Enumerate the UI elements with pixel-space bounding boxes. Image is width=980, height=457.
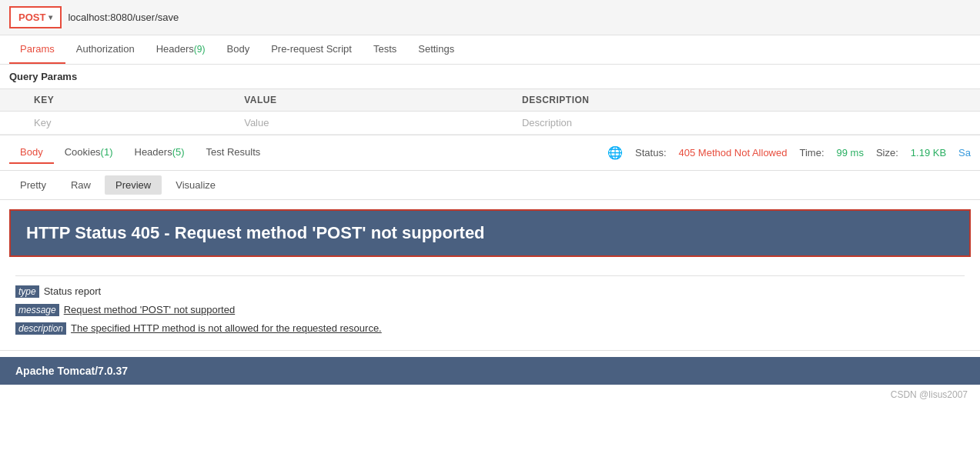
size-label: Size: <box>876 147 898 158</box>
tab-params[interactable]: Params <box>9 35 65 64</box>
apache-bar: Apache Tomcat/7.0.37 <box>0 357 980 385</box>
cookies-tab-label: Cookies <box>65 146 101 158</box>
status-label: Status: <box>635 147 666 158</box>
status-value: 405 Method Not Allowed <box>679 147 788 158</box>
view-tab-preview[interactable]: Preview <box>105 175 162 195</box>
url-input[interactable] <box>68 12 971 23</box>
tab-headers-label: Headers <box>156 43 194 55</box>
view-tab-visualize[interactable]: Visualize <box>165 175 226 195</box>
tab-headers-badge: (9) <box>194 44 206 55</box>
description-placeholder-cell[interactable]: Description <box>513 112 980 135</box>
tab-body[interactable]: Body <box>216 35 261 64</box>
save-response-link[interactable]: Sa <box>958 147 971 158</box>
response-tabs: Body Cookies(1) Headers(5) Test Results <box>9 142 607 164</box>
tab-authorization[interactable]: Authorization <box>65 35 145 64</box>
key-placeholder-cell[interactable]: Key <box>25 112 235 135</box>
divider-2 <box>0 350 980 351</box>
value-placeholder-cell[interactable]: Value <box>235 112 513 135</box>
error-type-field: type Status report <box>15 285 965 298</box>
error-message-field: message Request method 'POST' not suppor… <box>15 304 965 316</box>
method-label: POST <box>18 12 45 23</box>
params-table: KEY VALUE DESCRIPTION Key Value Descript… <box>0 89 980 135</box>
query-params-title: Query Params <box>0 65 980 89</box>
error-description-field: description The specified HTTP method is… <box>15 322 965 335</box>
cookies-tab-badge: (1) <box>101 146 113 158</box>
response-tab-cookies[interactable]: Cookies(1) <box>54 142 124 164</box>
apache-server-label: Apache Tomcat/7.0.37 <box>15 365 128 377</box>
url-bar: POST ▾ <box>0 0 980 35</box>
params-placeholder-row: Key Value Description <box>0 112 980 135</box>
time-label: Time: <box>799 147 824 158</box>
preview-area: HTTP Status 405 - Request method 'POST' … <box>0 200 980 405</box>
view-tab-raw[interactable]: Raw <box>60 175 102 195</box>
message-value: Request method 'POST' not supported <box>64 304 235 315</box>
description-value: The specified HTTP method is not allowed… <box>71 322 382 334</box>
error-title: HTTP Status 405 - Request method 'POST' … <box>26 223 954 243</box>
type-value: Status report <box>44 285 101 297</box>
response-bar: Body Cookies(1) Headers(5) Test Results … <box>0 135 980 171</box>
key-column-header: KEY <box>25 89 235 112</box>
time-value: 99 ms <box>837 147 864 158</box>
description-label: description <box>15 322 66 335</box>
tab-settings[interactable]: Settings <box>407 35 465 64</box>
tab-headers[interactable]: Headers(9) <box>145 35 216 64</box>
checkbox-col-header <box>0 89 25 112</box>
row-checkbox-cell <box>0 112 25 135</box>
response-tab-headers[interactable]: Headers(5) <box>124 142 196 164</box>
response-headers-tab-label: Headers <box>135 146 172 158</box>
message-label: message <box>15 304 59 316</box>
description-column-header: DESCRIPTION <box>513 89 980 112</box>
method-chevron: ▾ <box>48 13 52 22</box>
tab-pre-request-script[interactable]: Pre-request Script <box>260 35 363 64</box>
view-tab-pretty[interactable]: Pretty <box>9 175 57 195</box>
size-value: 1.19 KB <box>911 147 946 158</box>
response-status: 🌐 Status: 405 Method Not Allowed Time: 9… <box>607 145 971 160</box>
error-header-block: HTTP Status 405 - Request method 'POST' … <box>9 209 971 257</box>
watermark-text: CSDN @lisus2007 <box>891 389 968 400</box>
error-body: type Status report message Request metho… <box>0 266 980 350</box>
value-column-header: VALUE <box>235 89 513 112</box>
request-tab-bar: Params Authorization Headers(9) Body Pre… <box>0 35 980 65</box>
globe-icon: 🌐 <box>607 145 623 160</box>
watermark: CSDN @lisus2007 <box>0 385 980 405</box>
view-tabs: Pretty Raw Preview Visualize <box>0 171 980 200</box>
response-tab-body[interactable]: Body <box>9 142 54 164</box>
response-tab-test-results[interactable]: Test Results <box>196 142 272 164</box>
method-button[interactable]: POST ▾ <box>9 6 62 28</box>
type-label: type <box>15 285 39 298</box>
response-headers-tab-badge: (5) <box>172 146 185 158</box>
table-header-row: KEY VALUE DESCRIPTION <box>0 89 980 112</box>
tab-tests[interactable]: Tests <box>363 35 407 64</box>
